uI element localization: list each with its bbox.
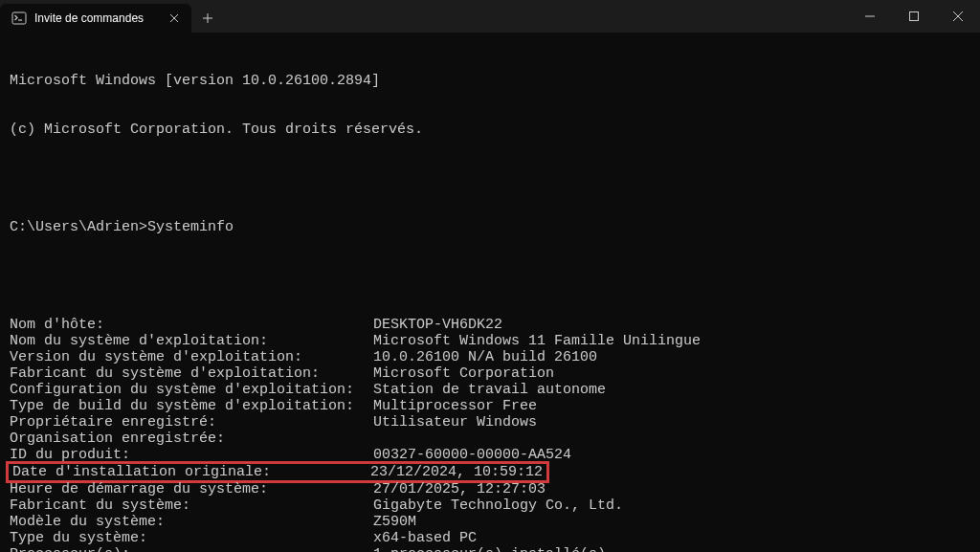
output-row: Configuration du système d'exploitation:… [10,382,970,398]
window: Invite de commandes Microsoft Windows [v… [0,0,980,552]
prompt-path: C:\Users\Adrien> [10,219,147,235]
output-row: Fabricant du système:Gigabyte Technology… [10,497,970,514]
row-value: Microsoft Corporation [373,365,554,382]
new-tab-button[interactable] [191,4,224,33]
prompt-line: C:\Users\Adrien>Systeminfo [10,219,970,235]
minimize-button[interactable] [848,0,892,33]
output-row: Type du système:x64-based PC [10,530,970,546]
row-label: Date d'installation originale: [12,464,370,480]
output-row: Organisation enregistrée: [10,431,970,447]
row-label: Heure de démarrage du système: [10,481,373,497]
svg-rect-7 [910,12,919,21]
output-row: Fabricant du système d'exploitation:Micr… [10,365,970,382]
row-value: 10.0.26100 N/A build 26100 [373,349,597,365]
row-value: 1 processeur(s) installé(s). [373,546,614,552]
row-label: Nom d'hôte: [10,317,373,333]
maximize-button[interactable] [892,0,936,33]
header-line: (c) Microsoft Corporation. Tous droits r… [10,121,970,138]
row-value: x64-based PC [373,530,477,546]
row-value: Microsoft Windows 11 Famille Unilingue [373,333,701,349]
row-value: Station de travail autonome [373,382,606,398]
titlebar-drag-area[interactable] [224,0,848,33]
prompt-command: Systeminfo [147,219,234,235]
output-row: Heure de démarrage du système:27/01/2025… [10,481,970,497]
output-row: Propriétaire enregistré:Utilisateur Wind… [10,414,970,431]
output-row: Nom du système d'exploitation:Microsoft … [10,333,970,349]
terminal-content[interactable]: Microsoft Windows [version 10.0.26100.28… [0,33,980,552]
output-row: Nom d'hôte:DESKTOP-VH6DK22 [10,317,970,333]
output-row: Version du système d'exploitation:10.0.2… [10,349,970,365]
tab-close-button[interactable] [167,11,182,26]
row-value: Multiprocessor Free [373,398,537,414]
terminal-icon [11,11,27,26]
header-line: Microsoft Windows [version 10.0.26100.28… [10,73,970,89]
row-label: Configuration du système d'exploitation: [10,382,373,398]
window-controls [848,0,980,33]
output-row: Type de build du système d'exploitation:… [10,398,970,414]
row-value: DESKTOP-VH6DK22 [373,317,502,333]
close-button[interactable] [936,0,980,33]
row-value: 23/12/2024, 10:59:12 [370,464,543,480]
row-label: Version du système d'exploitation: [10,349,373,365]
titlebar[interactable]: Invite de commandes [0,0,980,33]
row-value: Utilisateur Windows [373,414,537,431]
output-row: Processeur(s):1 processeur(s) installé(s… [10,546,970,552]
svg-rect-0 [12,12,26,24]
output-row: Modèle du système:Z590M [10,514,970,530]
row-label: Organisation enregistrée: [10,431,373,447]
tab-title: Invite de commandes [34,11,159,25]
systeminfo-output: Nom d'hôte:DESKTOP-VH6DK22Nom du système… [10,317,970,552]
highlight-box: Date d'installation originale:23/12/2024… [6,461,549,483]
row-value: Z590M [373,514,416,530]
tab-active[interactable]: Invite de commandes [0,4,191,33]
row-label: Processeur(s): [10,546,373,552]
row-label: Type du système: [10,530,373,546]
row-label: Type de build du système d'exploitation: [10,398,373,414]
row-label: Fabricant du système d'exploitation: [10,365,373,382]
row-label: Nom du système d'exploitation: [10,333,373,349]
row-label: Fabricant du système: [10,497,373,514]
row-label: Modèle du système: [10,514,373,530]
blank-line [10,170,970,187]
row-value: 27/01/2025, 12:27:03 [373,481,546,497]
row-value: Gigabyte Technology Co., Ltd. [373,497,623,514]
row-label: Propriétaire enregistré: [10,414,373,431]
output-row: Date d'installation originale:23/12/2024… [9,464,546,480]
blank-line [10,268,970,284]
